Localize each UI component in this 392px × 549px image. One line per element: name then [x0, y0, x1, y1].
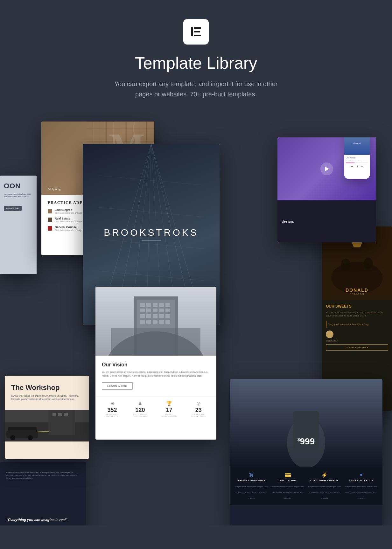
svg-rect-0	[191, 27, 193, 36]
svg-rect-53	[64, 413, 68, 416]
svg-marker-41	[325, 167, 329, 171]
sweets-avatar	[326, 330, 333, 338]
page-title: Template Library	[135, 53, 257, 73]
shop-feature-iphone: ⌘ IPHONE COMPATIBLE Suspen disse moles n…	[233, 472, 270, 500]
template-card-music[interactable]: album art Let It Happen Young Man Knows …	[277, 137, 376, 242]
restaurant-name-text: DONALD	[346, 288, 368, 293]
svg-rect-19	[140, 303, 145, 307]
stat-label-customers: RETURNINGCUSTOMERS	[133, 413, 148, 417]
svg-rect-51	[52, 413, 56, 416]
svg-rect-52	[58, 413, 62, 416]
iphone-icon: ⌘	[235, 472, 268, 478]
moon-email-btn[interactable]: info@mail.com	[4, 206, 22, 211]
music-phone: album art Let It Happen Young Man Knows …	[344, 137, 370, 179]
svg-rect-22	[159, 303, 164, 307]
svg-rect-33	[165, 314, 170, 318]
header-section: Template Library You can export any temp…	[0, 0, 392, 112]
svg-line-14	[99, 239, 204, 249]
stat-customers: ♟ 120 RETURNINGCUSTOMERS	[133, 401, 148, 417]
brookstroks-divider	[142, 240, 161, 241]
quote-text: "Everything you can imagine is real"	[6, 479, 80, 525]
shop-features: ⌘ IPHONE COMPATIBLE Suspen disse moles n…	[230, 467, 382, 505]
svg-rect-34	[140, 320, 145, 324]
stat-icon-projects: ⊞	[106, 401, 119, 406]
svg-line-15	[99, 271, 204, 281]
svg-rect-37	[159, 320, 164, 324]
svg-rect-40	[111, 328, 200, 356]
template-card-vision[interactable]: Our Vision Lorem ipsum dolor sit amet co…	[95, 287, 216, 440]
svg-rect-2	[194, 31, 200, 32]
shop-feature-magnetic: ✦ MAGNETIC PROOF Suspen disse moles null…	[343, 472, 379, 500]
logo-icon	[189, 25, 203, 39]
svg-point-47	[364, 258, 373, 269]
music-bottom-text: design.	[282, 220, 294, 223]
marble-label: MARE	[48, 187, 62, 191]
templates-showcase: OON est design trends, is about want eve…	[0, 112, 392, 525]
stat-experience: ◎ 23 YEARS OFEXPERIENCE	[191, 401, 206, 417]
svg-line-12	[99, 176, 204, 185]
shop-feature-pay: 💳 PAY ONLINE Suspen disse moles nulla fe…	[270, 472, 306, 500]
vision-title: Our Vision	[102, 362, 210, 368]
svg-point-46	[341, 259, 351, 271]
sweets-btn[interactable]: TASTE PARADISE	[326, 344, 388, 351]
stat-label-projects: APPROVEDPROJECTS	[106, 413, 119, 417]
stat-icon-customers: ♟	[133, 401, 148, 406]
stat-icon-awards: 🏆	[162, 401, 177, 406]
music-play-btn[interactable]	[320, 163, 333, 175]
svg-point-57	[28, 435, 33, 440]
svg-rect-24	[140, 309, 145, 312]
charge-icon: ⚡	[308, 472, 341, 478]
svg-rect-36	[153, 320, 158, 324]
stat-number-customers: 120	[133, 407, 148, 413]
shop-price: $999	[298, 436, 315, 447]
brookstroks-title: BROOKSTROKS	[104, 227, 199, 238]
template-card-workshop[interactable]: The Workshop Cursus vitae iaculis leo. M…	[5, 376, 89, 459]
sweets-text: Suspen disse moles nulla feugiat. Volu u…	[326, 311, 388, 317]
stat-icon-experience: ◎	[191, 401, 206, 406]
practice-icon-1	[48, 209, 52, 213]
svg-rect-1	[194, 27, 201, 29]
elementor-logo	[183, 19, 209, 45]
sweets-author: SANDRA FILA	[326, 340, 388, 342]
svg-rect-20	[146, 303, 151, 307]
svg-rect-26	[153, 309, 158, 312]
stat-label-awards: AWARDNOMINATION	[162, 413, 177, 417]
svg-rect-38	[165, 320, 170, 324]
svg-rect-29	[140, 314, 145, 318]
pay-icon: 💳	[271, 472, 304, 478]
svg-rect-32	[159, 314, 164, 318]
template-card-moon[interactable]: OON est design trends, is about want eve…	[0, 176, 37, 274]
svg-point-56	[10, 435, 15, 440]
moon-title: OON	[4, 182, 33, 190]
stat-awards: 🏆 17 AWARDNOMINATION	[162, 401, 177, 417]
quote-body: Lorem, netus et al eleifend, mattis arcu…	[6, 471, 80, 479]
svg-rect-31	[153, 314, 158, 318]
moon-text: est design trends, is about want everyth…	[4, 193, 33, 198]
stat-number-projects: 352	[106, 407, 119, 413]
shop-feature-charge: ⚡ LONG TERM CHARGE Suspen disse moles nu…	[306, 472, 343, 500]
vision-text: Lorem ipsum dolor sit amet consectetur a…	[102, 370, 210, 378]
svg-rect-27	[159, 309, 164, 312]
template-card-shop[interactable]: $999 BUY NOW For more details Visit our …	[230, 379, 382, 525]
practice-icon-2	[48, 218, 52, 222]
svg-line-13	[99, 207, 204, 217]
stat-label-experience: YEARS OFEXPERIENCE	[191, 413, 206, 417]
workshop-title: The Workshop	[11, 384, 83, 392]
workshop-text: Cursus vitae iaculis leo. Mollis dictum.…	[11, 394, 83, 401]
restaurant-name-sub: FRASTON	[346, 293, 368, 295]
stat-projects: ⊞ 352 APPROVEDPROJECTS	[106, 401, 119, 417]
practice-icon-3	[48, 226, 52, 231]
our-sweets-title: OUR SWEETS	[326, 304, 388, 309]
magnetic-icon: ✦	[345, 472, 377, 478]
svg-rect-23	[165, 303, 170, 307]
template-card-quote[interactable]: Lorem, netus et al eleifend, mattis arcu…	[0, 462, 86, 525]
vision-btn[interactable]: LEARN MORE	[102, 382, 133, 390]
svg-rect-3	[194, 35, 201, 36]
svg-rect-28	[165, 309, 170, 312]
sweets-quote: Tasty food, set inside a beautiful setti…	[326, 321, 388, 328]
stat-number-experience: 23	[191, 407, 206, 413]
stat-number-awards: 17	[162, 407, 177, 413]
svg-rect-35	[146, 320, 151, 324]
svg-rect-21	[153, 303, 158, 307]
page-subtitle: You can export any template, and import …	[107, 79, 285, 99]
